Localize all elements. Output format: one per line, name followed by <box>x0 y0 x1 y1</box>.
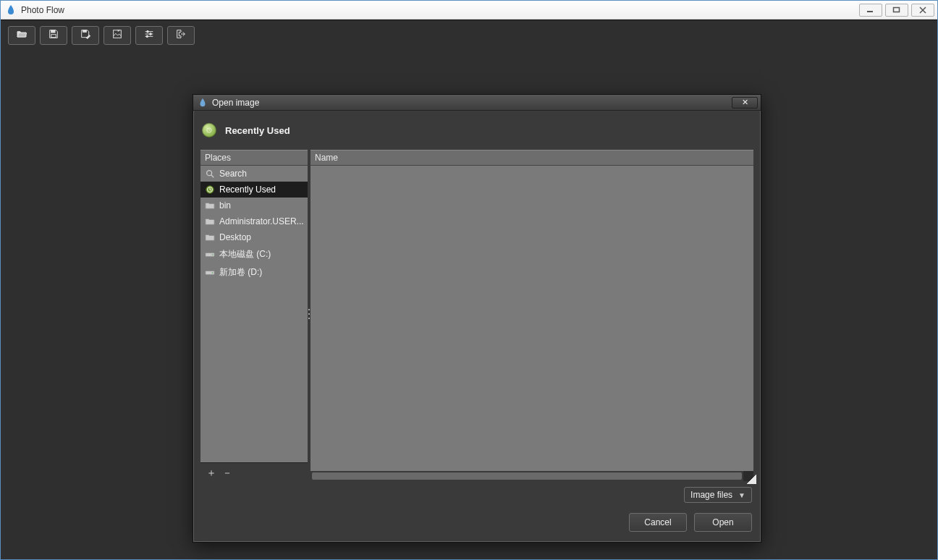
app-title: Photo Flow <box>21 5 856 15</box>
close-button[interactable] <box>911 4 934 17</box>
places-item-label: 本地磁盘 (C:) <box>219 248 271 260</box>
folder-icon <box>205 200 215 211</box>
horizontal-scrollbar[interactable] <box>310 471 753 481</box>
dialog-titlebar[interactable]: Open image ✕ <box>193 95 761 111</box>
places-item[interactable]: Administrator.USER... <box>200 213 308 229</box>
file-list-panel: Name <box>310 150 753 481</box>
places-item[interactable]: bin <box>200 198 308 213</box>
app-icon <box>5 4 17 16</box>
dialog-body: Recently Used Places SearchRecently Used… <box>193 111 761 542</box>
app-titlebar[interactable]: Photo Flow <box>1 1 937 20</box>
svg-point-7 <box>150 33 152 35</box>
window-controls <box>856 4 934 17</box>
search-icon <box>205 169 215 179</box>
pane-splitter[interactable] <box>307 307 310 321</box>
filter-row: Image files ▼ <box>193 481 761 503</box>
save-edit-icon <box>80 28 91 43</box>
svg-rect-3 <box>51 35 56 38</box>
svg-rect-2 <box>51 30 55 33</box>
recent-icon <box>205 184 215 195</box>
recent-icon <box>202 123 216 137</box>
app-body: Open image ✕ Recently Used Places Search… <box>1 20 937 559</box>
svg-point-10 <box>207 171 212 176</box>
folder-icon <box>205 232 215 242</box>
exit-icon <box>175 28 187 43</box>
svg-rect-5 <box>114 30 122 38</box>
close-icon: ✕ <box>742 98 748 107</box>
dialog-icon <box>198 98 208 108</box>
dialog-buttons: Cancel Open <box>193 503 761 542</box>
folder-icon <box>205 216 215 226</box>
svg-rect-0 <box>867 11 873 12</box>
dialog-close-button[interactable]: ✕ <box>732 97 758 109</box>
save-button[interactable] <box>40 26 67 45</box>
svg-point-14 <box>212 254 214 255</box>
chevron-down-icon: ▼ <box>738 491 745 499</box>
image-export-icon <box>111 28 123 43</box>
svg-rect-1 <box>894 7 900 12</box>
save-icon <box>48 28 59 43</box>
cancel-button[interactable]: Cancel <box>629 513 687 532</box>
places-item[interactable]: Search <box>200 166 308 182</box>
places-item-label: Recently Used <box>219 184 276 195</box>
path-bar: Recently Used <box>193 111 761 150</box>
resize-handle[interactable] <box>746 474 756 484</box>
svg-point-8 <box>146 35 148 38</box>
file-browser: Places SearchRecently UsedbinAdministrat… <box>193 150 761 481</box>
folder-open-icon <box>16 28 28 43</box>
places-item-label: Administrator.USER... <box>219 216 304 226</box>
open-button[interactable] <box>8 26 35 45</box>
minus-icon: － <box>222 467 232 478</box>
places-header: Places <box>200 150 308 166</box>
add-bookmark-button[interactable]: ＋ <box>206 467 216 478</box>
drive-icon <box>205 268 215 278</box>
places-footer: ＋ － <box>200 462 308 481</box>
places-item[interactable]: 新加卷 (D:) <box>200 263 308 281</box>
file-type-filter[interactable]: Image files ▼ <box>684 487 752 503</box>
file-list[interactable] <box>310 166 753 471</box>
places-item-label: Search <box>219 169 247 179</box>
save-as-button[interactable] <box>72 26 99 45</box>
file-list-header-name[interactable]: Name <box>310 150 753 166</box>
remove-bookmark-button[interactable]: － <box>222 467 232 478</box>
minimize-button[interactable] <box>859 4 882 17</box>
places-item-label: bin <box>219 200 231 211</box>
filter-label: Image files <box>690 490 732 500</box>
places-item[interactable]: 本地磁盘 (C:) <box>200 245 308 263</box>
places-list: SearchRecently UsedbinAdministrator.USER… <box>200 166 308 462</box>
main-toolbar <box>8 26 195 45</box>
open-image-dialog: Open image ✕ Recently Used Places Search… <box>193 94 761 543</box>
drive-icon <box>205 250 215 260</box>
svg-point-6 <box>147 30 149 33</box>
places-panel: Places SearchRecently UsedbinAdministrat… <box>200 150 308 481</box>
path-label: Recently Used <box>225 125 290 136</box>
exit-button[interactable] <box>167 26 195 45</box>
svg-point-16 <box>212 272 214 273</box>
scrollbar-thumb[interactable] <box>312 472 742 480</box>
open-button[interactable]: Open <box>694 513 752 532</box>
plus-icon: ＋ <box>206 467 216 478</box>
svg-rect-4 <box>83 30 87 33</box>
places-item[interactable]: Desktop <box>200 229 308 245</box>
sliders-icon <box>143 28 155 43</box>
maximize-button[interactable] <box>885 4 908 17</box>
places-item[interactable]: Recently Used <box>200 182 308 198</box>
export-button[interactable] <box>103 26 131 45</box>
places-item-label: Desktop <box>219 232 251 242</box>
dialog-title: Open image <box>212 98 732 108</box>
app-window: Photo Flow <box>0 0 938 560</box>
places-item-label: 新加卷 (D:) <box>219 266 262 279</box>
settings-button[interactable] <box>135 26 163 45</box>
